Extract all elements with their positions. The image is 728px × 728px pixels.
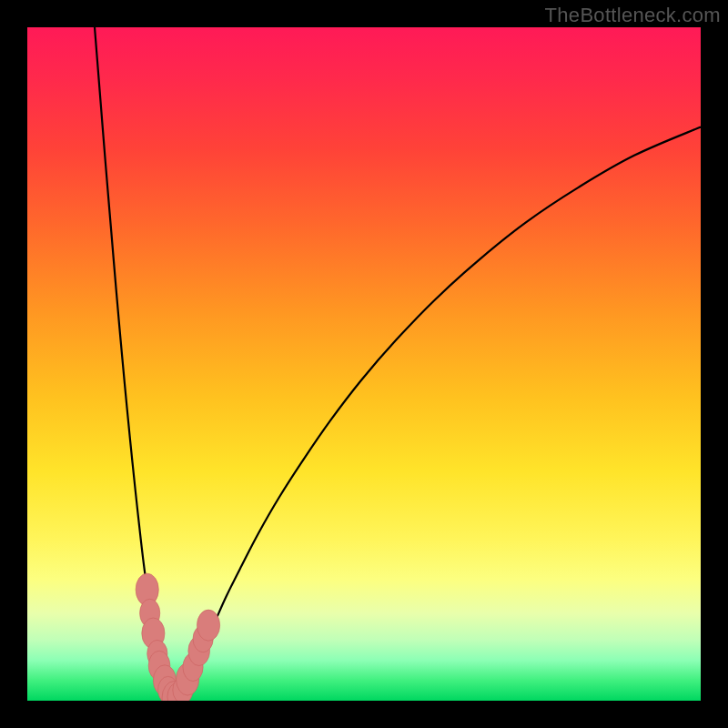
watermark-text: TheBottleneck.com bbox=[545, 4, 721, 27]
bottleneck-marker bbox=[197, 610, 219, 641]
chart-plot-area bbox=[27, 27, 701, 701]
bottleneck-markers bbox=[136, 573, 220, 701]
right-curve bbox=[177, 127, 701, 701]
chart-svg bbox=[27, 27, 701, 701]
chart-frame: TheBottleneck.com bbox=[0, 0, 728, 728]
left-curve bbox=[95, 27, 177, 701]
